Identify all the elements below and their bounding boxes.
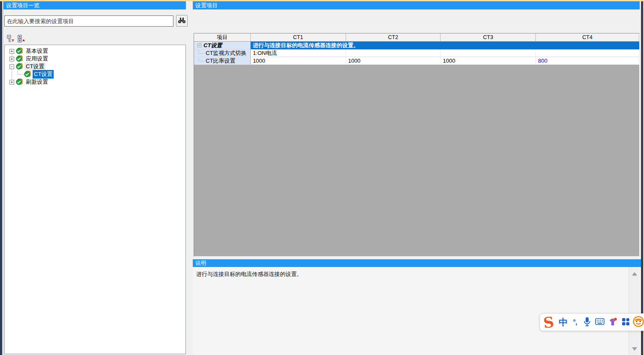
tree-toolbar	[7, 35, 26, 43]
tree-item-label[interactable]: CT设置	[33, 70, 54, 79]
tree-item-label[interactable]: 基本设置	[24, 47, 49, 55]
window-frame-accent-line	[3, 1, 3, 355]
skin-icon	[608, 317, 617, 328]
collapse-all-button[interactable]	[7, 35, 15, 43]
column-header: CT3	[440, 33, 536, 42]
description-panel-title: 说明	[193, 259, 641, 267]
emoji-button[interactable]	[632, 316, 644, 329]
expand-box-icon[interactable]: +	[9, 80, 14, 85]
value-cell[interactable]: 1000	[440, 57, 536, 65]
scroll-up-arrow[interactable]	[632, 272, 637, 276]
checked-node-icon	[24, 70, 31, 79]
column-header: 项目	[194, 33, 251, 42]
expand-box-icon[interactable]: +	[9, 49, 14, 54]
settings-table: 项目CT1CT2CT3CT4 −CT设置进行与连接目标的电流传感器连接的设置。C…	[194, 33, 640, 257]
group-row-label-cell[interactable]: −CT设置	[194, 42, 251, 49]
microphone-button[interactable]	[580, 317, 593, 328]
chinese-mode-button[interactable]: 中	[557, 316, 569, 328]
emoji-icon	[632, 316, 644, 329]
table-group-row[interactable]: −CT设置进行与连接目标的电流传感器连接的设置。	[194, 42, 639, 49]
scroll-down-arrow[interactable]	[632, 347, 637, 351]
tree-connector	[9, 70, 24, 78]
group-row-label: CT设置	[204, 42, 222, 49]
checked-node-icon	[16, 55, 23, 63]
window-frame-left	[0, 0, 2, 355]
value-cell[interactable]: 1:ON电流	[251, 49, 346, 57]
value-cell[interactable]	[440, 49, 536, 57]
microphone-icon	[583, 317, 591, 328]
tree-item[interactable]: − CT设置	[5, 63, 185, 70]
value-cell[interactable]: 800	[536, 57, 639, 65]
collapse-box-icon[interactable]: −	[197, 43, 201, 47]
group-row-description: 进行与连接目标的电流传感器连接的设置。	[251, 42, 639, 49]
window-frame-right	[641, 0, 644, 355]
window-frame-top	[0, 0, 644, 1]
collapse-box-icon[interactable]: −	[9, 64, 14, 69]
description-scrollbar[interactable]	[629, 267, 640, 355]
toolbox-button[interactable]	[619, 318, 632, 327]
settings-tree[interactable]: + 基本设置+ 应用设置− CT设置 CT设置+	[4, 45, 186, 354]
search-input[interactable]	[4, 15, 173, 27]
search-button[interactable]	[176, 15, 188, 27]
tree-item-label[interactable]: 应用设置	[24, 55, 49, 63]
row-label-cell: CT比率设置	[194, 57, 251, 65]
sogou-logo[interactable]: S	[539, 314, 558, 331]
tree-item[interactable]: + 应用设置	[5, 55, 185, 63]
table-row: CT比率设置100010001000800	[194, 57, 639, 65]
ime-toolbar[interactable]: S 中 °,	[540, 313, 644, 331]
description-panel: 进行与连接目标的电流传感器连接的设置。	[193, 267, 641, 355]
value-cell[interactable]	[346, 49, 441, 57]
tree-item[interactable]: CT设置	[5, 70, 185, 78]
skin-button[interactable]	[606, 317, 619, 328]
expand-all-icon	[18, 35, 26, 44]
collapse-all-icon	[7, 35, 15, 44]
tree-item[interactable]: + 基本设置	[5, 47, 185, 55]
expand-box-icon[interactable]: +	[9, 57, 14, 61]
keyboard-icon	[595, 318, 605, 326]
value-cell[interactable]: 1000	[251, 57, 346, 65]
column-header: CT4	[536, 33, 639, 42]
tree-item[interactable]: + 刷新设置	[5, 78, 185, 86]
tree-item-label[interactable]: 刷新设置	[24, 78, 49, 86]
expand-all-button[interactable]	[18, 35, 26, 43]
binoculars-icon	[178, 17, 186, 25]
column-header: CT2	[346, 33, 441, 42]
column-header: CT1	[251, 33, 346, 42]
value-cell[interactable]: 1000	[346, 57, 441, 65]
table-row: CT监视方式切换1:ON电流	[194, 49, 639, 57]
settings-list-panel-title: 设置项目一览	[3, 1, 186, 9]
row-label-cell: CT监视方式切换	[194, 49, 251, 57]
checked-node-icon	[16, 78, 23, 86]
description-text: 进行与连接目标的电流传感器连接的设置。	[193, 267, 641, 278]
checked-node-icon	[16, 47, 23, 55]
keyboard-button[interactable]	[593, 318, 606, 326]
punctuation-toggle-button[interactable]: °,	[569, 318, 580, 327]
settings-panel-title: 设置项目	[193, 1, 640, 9]
value-cell[interactable]	[536, 49, 639, 57]
tree-item-label[interactable]: CT设置	[24, 62, 46, 71]
toolbox-icon	[622, 318, 630, 327]
table-header-row: 项目CT1CT2CT3CT4	[194, 33, 639, 42]
